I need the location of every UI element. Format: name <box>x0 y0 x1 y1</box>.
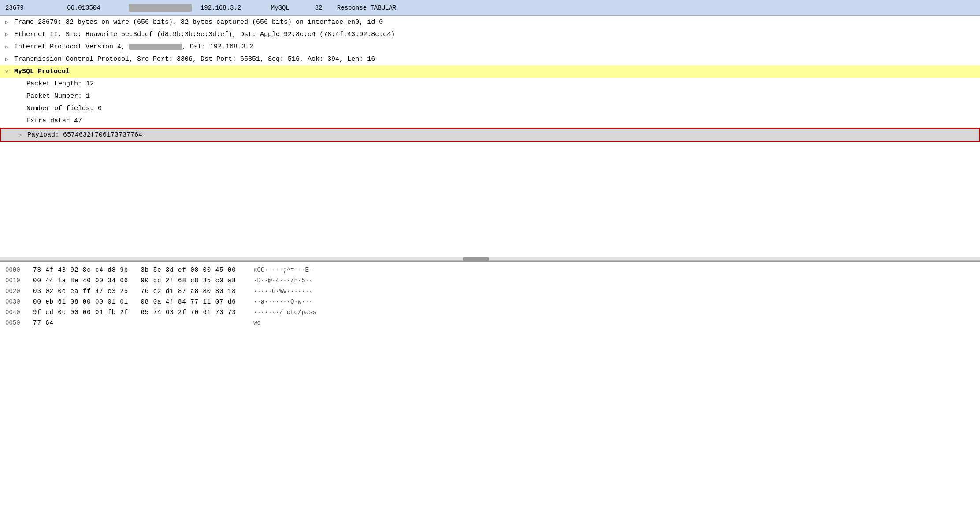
hex-bytes-0010: 00 44 fa 8e 40 00 34 06 90 dd 2f 68 c8 3… <box>33 277 253 284</box>
expand-icon-frame: ▷ <box>5 19 12 26</box>
hex-ascii-0000: xOC·····;^=···E· <box>253 267 342 274</box>
tree-row-pkt-len[interactable]: Packet Length: 12 <box>0 78 980 90</box>
src-ip-blurred <box>129 4 192 12</box>
expand-icon-tcp: ▷ <box>5 56 12 63</box>
hex-bytes-0040: 9f cd 0c 00 00 01 fb 2f 65 74 63 2f 70 6… <box>33 309 253 316</box>
tree-label-pkt-num: Packet Number: 1 <box>26 93 90 100</box>
hex-row-0020: 0020 03 02 0c ea ff 47 c3 25 76 c2 d1 87… <box>5 286 975 296</box>
hex-row-0030: 0030 00 eb 61 08 00 00 01 01 08 0a 4f 84… <box>5 297 975 307</box>
tree-row-ethernet[interactable]: ▷ Ethernet II, Src: HuaweiTe_5e:3d:ef (d… <box>0 28 980 41</box>
hex-dump-panel: 0000 78 4f 43 92 8c c4 d8 9b 3b 5e 3d ef… <box>0 262 980 332</box>
bottom-padding <box>0 332 980 367</box>
hex-offset-0010: 0010 <box>5 277 30 284</box>
empty-space <box>0 143 980 257</box>
expand-icon-ip: ▷ <box>5 44 12 50</box>
hex-offset-0030: 0030 <box>5 298 30 305</box>
tree-label-num-fields: Number of fields: 0 <box>26 105 102 112</box>
tree-label-payload: Payload: 6574632f706173737764 <box>27 131 142 139</box>
tree-label-tcp: Transmission Control Protocol, Src Port:… <box>14 56 375 63</box>
tree-label-ethernet: Ethernet II, Src: HuaweiTe_5e:3d:ef (d8:… <box>14 31 395 38</box>
hex-ascii-0050: wd <box>253 319 342 326</box>
info: Response TABULAR <box>337 4 975 11</box>
hex-ascii-0020: ·····G·%v······· <box>253 288 342 295</box>
expand-icon-payload: ▷ <box>19 132 26 138</box>
hex-offset-0040: 0040 <box>5 309 30 316</box>
scrollbar-area[interactable] <box>0 257 980 261</box>
tree-row-extra-data[interactable]: Extra data: 47 <box>0 115 980 127</box>
hex-row-0050: 0050 77 64 wd <box>5 318 975 328</box>
frame-number: 23679 <box>5 4 58 11</box>
expand-icon-ethernet: ▷ <box>5 31 12 38</box>
hex-ascii-0030: ··a·······O·w··· <box>253 298 342 305</box>
hex-ascii-0010: ·D··@·4···/h·5·· <box>253 277 342 284</box>
tree-row-num-fields[interactable]: Number of fields: 0 <box>0 102 980 115</box>
hex-row-0040: 0040 9f cd 0c 00 00 01 fb 2f 65 74 63 2f… <box>5 307 975 317</box>
tree-label-pkt-len: Packet Length: 12 <box>26 80 94 88</box>
scrollbar-thumb[interactable] <box>463 257 489 261</box>
tree-label-ip: Internet Protocol Version 4, , Dst: 192.… <box>14 43 253 51</box>
hex-offset-0020: 0020 <box>5 288 30 295</box>
dst-ip: 192.168.3.2 <box>200 4 262 11</box>
frame-time: 66.013504 <box>67 4 120 11</box>
hex-offset-0000: 0000 <box>5 267 30 274</box>
tree-label-mysql: MySQL Protocol <box>14 68 70 75</box>
packet-tree-panel: ▷ Frame 23679: 82 bytes on wire (656 bit… <box>0 16 980 142</box>
protocol: MySQL <box>271 4 306 11</box>
hex-bytes-0020: 03 02 0c ea ff 47 c3 25 76 c2 d1 87 a8 8… <box>33 288 253 295</box>
hex-row-0000: 0000 78 4f 43 92 8c c4 d8 9b 3b 5e 3d ef… <box>5 265 975 275</box>
packet-tree: ▷ Frame 23679: 82 bytes on wire (656 bit… <box>0 16 980 142</box>
hex-bytes-0050: 77 64 <box>33 319 253 326</box>
tree-row-pkt-num[interactable]: Packet Number: 1 <box>0 90 980 102</box>
tree-label-extra-data: Extra data: 47 <box>26 117 82 125</box>
packet-summary-bar: 23679 66.013504 192.168.3.2 MySQL 82 Res… <box>0 0 980 16</box>
hex-ascii-0040: ·······/ etc/pass <box>253 309 342 316</box>
tree-row-payload[interactable]: ▷ Payload: 6574632f706173737764 <box>0 128 980 142</box>
tree-row-mysql[interactable]: ▽ MySQL Protocol <box>0 65 980 78</box>
hex-bytes-0030: 00 eb 61 08 00 00 01 01 08 0a 4f 84 77 1… <box>33 298 253 305</box>
hex-bytes-0000: 78 4f 43 92 8c c4 d8 9b 3b 5e 3d ef 08 0… <box>33 267 253 274</box>
tree-row-tcp[interactable]: ▷ Transmission Control Protocol, Src Por… <box>0 53 980 65</box>
hex-offset-0050: 0050 <box>5 319 30 326</box>
tree-label-frame: Frame 23679: 82 bytes on wire (656 bits)… <box>14 19 383 26</box>
tree-row-frame[interactable]: ▷ Frame 23679: 82 bytes on wire (656 bit… <box>0 16 980 28</box>
expand-icon-mysql: ▽ <box>5 68 12 75</box>
length: 82 <box>315 4 328 11</box>
tree-row-ip[interactable]: ▷ Internet Protocol Version 4, , Dst: 19… <box>0 41 980 53</box>
hex-row-0010: 0010 00 44 fa 8e 40 00 34 06 90 dd 2f 68… <box>5 276 975 285</box>
